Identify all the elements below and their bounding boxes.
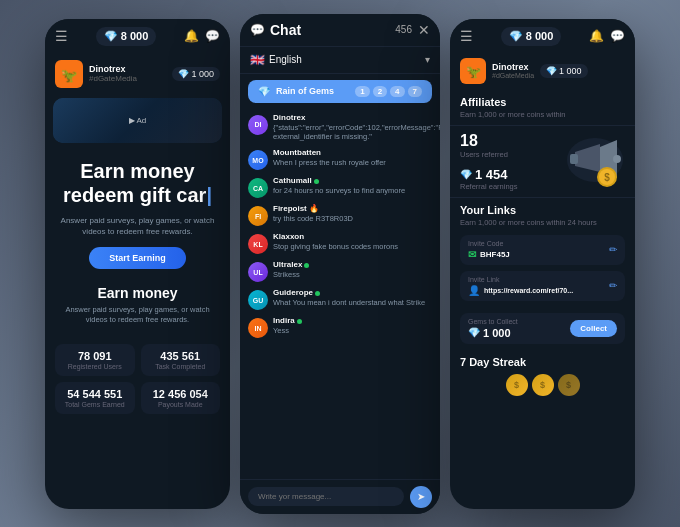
chat-icon[interactable]: 💬 xyxy=(205,29,220,43)
msg-content: Mountbatten When I press the rush royale… xyxy=(273,148,386,170)
online-dot xyxy=(314,179,319,184)
msg-username: Klaxxon xyxy=(273,232,304,241)
msg-content: Firepoist 🔥 try this code R3T8R03D xyxy=(273,204,353,226)
p3-gems-num: 1 000 xyxy=(483,327,511,339)
p2-lang-text: English xyxy=(269,54,302,65)
msg-avatar: FI xyxy=(248,206,268,226)
start-earning-button[interactable]: Start Earning xyxy=(89,247,186,269)
badge-2: 2 xyxy=(373,86,387,97)
msg-text: try this code R3T8R03D xyxy=(273,214,353,224)
stat-registered-label: Registered Users xyxy=(61,363,129,370)
p3-collect-button[interactable]: Collect xyxy=(570,320,617,337)
p2-title-text: Chat xyxy=(270,22,301,38)
p3-aff-title: Affiliates xyxy=(460,96,625,108)
stat-gems-label: Total Gems Earned xyxy=(61,401,129,408)
p1-banner: ▶ Ad xyxy=(53,98,222,143)
p2-user-count: 456 xyxy=(395,24,412,35)
p2-pinned-banner[interactable]: 💎 Rain of Gems 1 2 4 7 xyxy=(248,80,432,103)
p3-header: ☰ 💎 8 000 🔔 💬 xyxy=(450,19,635,54)
p2-pinned-icon: 💎 xyxy=(258,86,270,97)
p3-user-coin-val: 1 000 xyxy=(559,66,582,76)
msg-text: for 24 hours no surveys to find anymore xyxy=(273,186,405,196)
p2-lang-left: 🇬🇧 English xyxy=(250,53,302,67)
msg-user-wrap: Dinotrex xyxy=(273,113,440,123)
p3-gems-label: Gems to Collect xyxy=(468,318,518,325)
chat-message: IN Indira Yess xyxy=(248,316,432,338)
msg-content: Klaxxon Stop giving fake bonus codes mor… xyxy=(273,232,398,254)
p3-chat-icon[interactable]: 💬 xyxy=(610,29,625,43)
stat-tasks-label: Task Completed xyxy=(147,363,215,370)
p3-user-info: Dinotrex #dGateMedia xyxy=(492,62,534,79)
p1-user-info: Dinotrex #dGateMedia xyxy=(89,64,166,83)
msg-user-wrap: Firepoist 🔥 xyxy=(273,204,353,214)
stat-registered: 78 091 Registered Users xyxy=(55,344,135,376)
p3-edit-link-icon[interactable]: ✏ xyxy=(609,280,617,291)
p3-invite-code-label: Invite Code xyxy=(468,240,510,247)
menu-icon[interactable]: ☰ xyxy=(55,28,68,44)
p3-users-referred-num: 18 xyxy=(460,132,557,150)
gems-gem-icon: 💎 xyxy=(468,327,480,338)
phones-container: ☰ 💎 8 000 🔔 💬 Dinotrex #dGateMedia 💎 1 0… xyxy=(35,4,645,524)
chevron-down-icon: ▾ xyxy=(425,54,430,65)
online-dot xyxy=(304,263,309,268)
p3-links-section: Your Links Earn 1,000 or more coins with… xyxy=(450,197,635,313)
msg-avatar: DI xyxy=(248,115,268,135)
streak-coin-3: $ xyxy=(558,374,580,396)
p2-close-icon[interactable]: ✕ xyxy=(418,22,430,38)
badge-4: 7 xyxy=(408,86,422,97)
p2-send-button[interactable]: ➤ xyxy=(410,486,432,508)
streak-coin-1: $ xyxy=(506,374,528,396)
p3-edit-code-icon[interactable]: ✏ xyxy=(609,244,617,255)
stat-gems-num: 54 544 551 xyxy=(61,388,129,400)
p3-aff-stat-block: 18 Users referred 💎 1 454 Referral earni… xyxy=(460,132,557,191)
p1-user-coins: 💎 1 000 xyxy=(172,67,220,81)
msg-username: Mountbatten xyxy=(273,148,321,157)
p1-coin-value: 8 000 xyxy=(121,30,149,42)
banner-placeholder: ▶ Ad xyxy=(129,116,147,125)
p1-earn-title: Earn money xyxy=(55,285,220,301)
p2-header-right: 456 ✕ xyxy=(395,22,430,38)
msg-text: {"status":"error","errorCode":102,"error… xyxy=(273,123,440,143)
msg-text: Strikess xyxy=(273,270,309,280)
p1-user-coin-val: 1 000 xyxy=(191,69,214,79)
msg-username: Ultralex xyxy=(273,260,302,269)
gem-icon: 💎 xyxy=(104,30,118,43)
p2-messages-list: DI Dinotrex {"status":"error","errorCode… xyxy=(240,109,440,479)
msg-avatar: CA xyxy=(248,178,268,198)
p3-invite-link-val: 👤 https://reward.com/ref/70... xyxy=(468,285,573,296)
p3-menu-icon[interactable]: ☰ xyxy=(460,28,473,44)
p2-language-selector[interactable]: 🇬🇧 English ▾ xyxy=(240,47,440,74)
p3-earnings-row: 💎 1 454 xyxy=(460,167,557,182)
bell-icon[interactable]: 🔔 xyxy=(184,29,199,43)
p2-message-input[interactable] xyxy=(248,487,404,506)
chat-message: DI Dinotrex {"status":"error","errorCode… xyxy=(248,113,432,143)
p3-username: Dinotrex xyxy=(492,62,534,72)
msg-user-wrap: Klaxxon xyxy=(273,232,398,242)
p2-pinned-text: Rain of Gems xyxy=(276,86,334,96)
p1-header-icons: 🔔 💬 xyxy=(184,29,220,43)
stat-payouts: 12 456 054 Payouts Made xyxy=(141,382,221,414)
svg-rect-2 xyxy=(570,154,578,164)
msg-username: Firepoist 🔥 xyxy=(273,204,319,213)
stat-payouts-label: Payouts Made xyxy=(147,401,215,408)
p3-links-sub: Earn 1,000 or more coins within 24 hours xyxy=(460,218,625,227)
p2-badges: 1 2 4 7 xyxy=(355,86,422,97)
chat-message: UL Ultralex Strikess xyxy=(248,260,432,282)
svg-point-4 xyxy=(613,155,621,163)
p3-bell-icon[interactable]: 🔔 xyxy=(589,29,604,43)
p3-coin-gem-icon: 💎 xyxy=(546,66,557,76)
p3-streak-section: 7 Day Streak $ $ $ xyxy=(450,350,635,402)
chat-message: CA Cathumall for 24 hours no surveys to … xyxy=(248,176,432,198)
p1-username: Dinotrex xyxy=(89,64,166,74)
link-person-icon: 👤 xyxy=(468,285,480,296)
svg-text:$: $ xyxy=(604,172,610,183)
p1-hero-desc: Answer paid surveys, play games, or watc… xyxy=(55,215,220,237)
p3-coin-value: 8 000 xyxy=(526,30,554,42)
msg-user-wrap: Cathumall xyxy=(273,176,405,186)
chat-message: MO Mountbatten When I press the rush roy… xyxy=(248,148,432,170)
p3-invite-code-val: ✉ BHF45J xyxy=(468,249,510,260)
msg-user-wrap: Mountbatten xyxy=(273,148,386,158)
p2-input-area: ➤ xyxy=(240,479,440,514)
msg-text: What You mean i dont understand what Str… xyxy=(273,298,425,308)
p3-gems-collect: Gems to Collect 💎 1 000 Collect xyxy=(460,313,625,344)
